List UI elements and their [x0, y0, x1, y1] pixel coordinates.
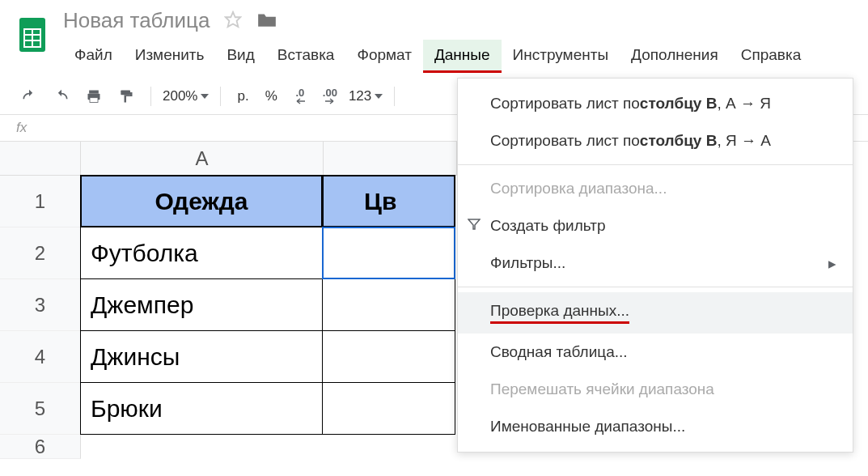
menu-data[interactable]: Данные [423, 40, 502, 73]
menu-view[interactable]: Вид [215, 40, 265, 73]
dd-sort-asc[interactable]: Сортировать лист по столбцу B, А → Я [458, 85, 853, 122]
zoom-selector[interactable]: 200% [163, 88, 209, 104]
dd-filters[interactable]: Фильтры... ▸ [458, 244, 853, 282]
cell-a4[interactable]: Джинсы [80, 330, 323, 383]
dd-randomize: Перемешать ячейки диапазона [458, 371, 853, 408]
chevron-right-icon: ▸ [828, 254, 836, 273]
cell-b3[interactable] [322, 278, 455, 331]
cell-a3[interactable]: Джемпер [80, 278, 323, 331]
filter-icon [468, 217, 481, 235]
dd-sort-range: Сортировка диапазона... [458, 170, 853, 207]
dd-data-validation[interactable]: Проверка данных... [458, 292, 853, 334]
paint-format-icon[interactable] [113, 85, 139, 108]
menu-file[interactable]: Файл [63, 40, 124, 73]
chevron-down-icon [375, 94, 383, 99]
select-all-corner[interactable] [0, 142, 81, 176]
svg-rect-9 [121, 90, 130, 95]
dd-create-filter[interactable]: Создать фильтр [458, 207, 853, 244]
cell-b1[interactable]: Цв [322, 175, 455, 227]
svg-marker-5 [226, 11, 240, 26]
cell-b5[interactable] [322, 382, 455, 435]
chevron-down-icon [201, 94, 209, 99]
cell-b4[interactable] [322, 330, 455, 383]
row-header-2[interactable]: 2 [0, 227, 81, 279]
undo-icon[interactable] [16, 85, 42, 108]
menu-edit[interactable]: Изменить [124, 40, 216, 73]
cell-a5[interactable]: Брюки [80, 382, 323, 435]
col-header-a[interactable]: A [81, 142, 324, 176]
data-menu-dropdown: Сортировать лист по столбцу B, А → Я Сор… [457, 78, 853, 453]
star-icon[interactable] [224, 11, 242, 32]
menubar: Файл Изменить Вид Вставка Формат Данные … [63, 40, 868, 73]
svg-rect-8 [90, 97, 98, 102]
menu-format[interactable]: Формат [345, 40, 423, 73]
redo-icon[interactable] [49, 85, 74, 108]
dd-pivot-table[interactable]: Сводная таблица... [458, 334, 853, 371]
svg-rect-6 [89, 90, 99, 93]
zoom-value: 200% [163, 88, 197, 104]
cell-b2[interactable] [322, 227, 455, 279]
cell-a1[interactable]: Одежда [80, 175, 323, 227]
document-title[interactable]: Новая таблица [63, 8, 210, 33]
format-percent[interactable]: % [260, 88, 282, 104]
menu-help[interactable]: Справка [730, 40, 813, 73]
increase-decimal-icon[interactable]: .00 [318, 84, 342, 108]
row-header-1[interactable]: 1 [0, 176, 81, 227]
decrease-decimal-icon[interactable]: .0 [289, 84, 311, 108]
row-header-6[interactable]: 6 [0, 435, 81, 459]
menu-tools[interactable]: Инструменты [502, 40, 620, 73]
folder-icon[interactable] [256, 11, 277, 32]
row-header-3[interactable]: 3 [0, 279, 81, 331]
row-header-5[interactable]: 5 [0, 383, 81, 435]
cell-a2[interactable]: Футболка [80, 227, 323, 279]
fx-label: fx [16, 120, 43, 136]
menu-insert[interactable]: Вставка [266, 40, 346, 73]
more-formats[interactable]: 123 [349, 88, 383, 104]
format-currency[interactable]: р. [232, 88, 253, 104]
col-header-b[interactable] [324, 142, 457, 176]
menu-addons[interactable]: Дополнения [620, 40, 730, 73]
sheets-logo-icon[interactable] [16, 15, 49, 55]
row-header-4[interactable]: 4 [0, 331, 81, 383]
dd-named-ranges[interactable]: Именованные диапазоны... [458, 408, 853, 445]
print-icon[interactable] [81, 85, 107, 108]
dd-sort-desc[interactable]: Сортировать лист по столбцу B, Я → А [458, 122, 853, 159]
